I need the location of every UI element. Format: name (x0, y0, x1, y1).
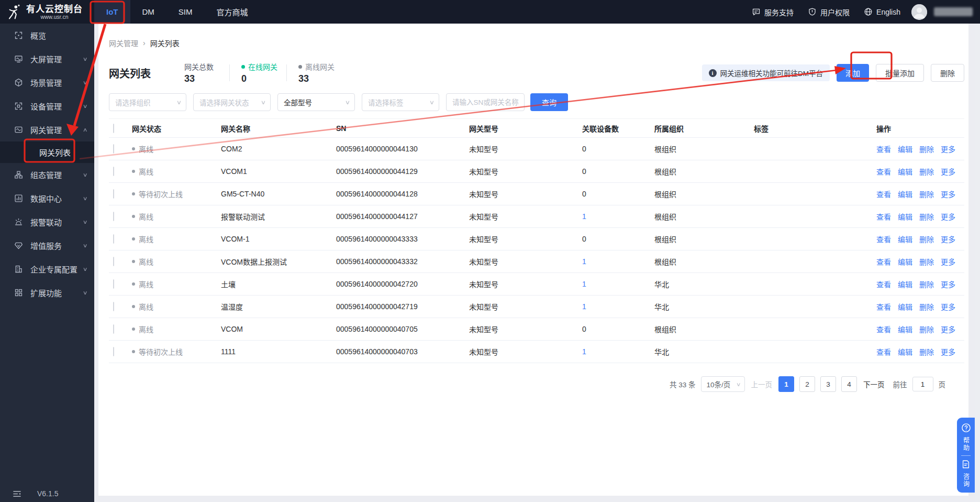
delete-link[interactable]: 删除 (919, 256, 934, 267)
next-page-button[interactable]: 下一页 (863, 379, 885, 389)
organization-select[interactable]: 请选择组织 ∨ (109, 93, 186, 111)
devices-count-link[interactable]: 1 (582, 212, 586, 221)
view-link[interactable]: 查看 (876, 234, 891, 244)
cell-sn: 00059614000000043333 (336, 235, 469, 243)
delete-link[interactable]: 删除 (919, 189, 934, 199)
page-number-4[interactable]: 4 (841, 376, 857, 392)
delete-link[interactable]: 删除 (919, 301, 934, 312)
add-button[interactable]: 添加 (837, 64, 869, 82)
help-button[interactable]: 帮助 (961, 423, 971, 452)
cell-gateway-name: VCOM-1 (221, 235, 336, 243)
sidebar-item-screen[interactable]: 大屏管理∨ (0, 47, 94, 71)
page-number-2[interactable]: 2 (799, 376, 815, 392)
edit-link[interactable]: 编辑 (898, 279, 912, 289)
topnav-tab-sim[interactable]: SIM (166, 0, 205, 24)
model-select[interactable]: 全部型号 ∨ (277, 93, 355, 111)
sidebar-item-config[interactable]: 组态管理∨ (0, 163, 94, 187)
view-link[interactable]: 查看 (876, 166, 891, 177)
scrollbar-track[interactable] (975, 24, 980, 502)
topnav-tab-mall[interactable]: 官方商城 (205, 0, 260, 24)
sidebar-item-data[interactable]: 数据中心∨ (0, 187, 94, 210)
page-number-1[interactable]: 1 (778, 376, 794, 392)
topbar-item-language[interactable]: English (864, 7, 900, 16)
view-link[interactable]: 查看 (876, 144, 891, 154)
more-link[interactable]: 更多 (941, 279, 955, 289)
edit-link[interactable]: 编辑 (898, 166, 912, 177)
page-number-3[interactable]: 3 (820, 376, 836, 392)
row-checkbox[interactable] (113, 257, 114, 266)
sidebar-item-overview[interactable]: 概览 (0, 24, 94, 47)
gateway-status-select[interactable]: 请选择网关状态 ∨ (193, 93, 271, 111)
more-link[interactable]: 更多 (941, 256, 955, 267)
sidebar-item-extend[interactable]: 扩展功能∨ (0, 281, 94, 304)
more-link[interactable]: 更多 (941, 346, 955, 357)
devices-count-link[interactable]: 1 (582, 257, 586, 266)
more-link[interactable]: 更多 (941, 211, 955, 222)
sidebar-item-gateway[interactable]: 网关管理∧ (0, 118, 94, 141)
prev-page-button[interactable]: 上一页 (751, 379, 773, 389)
edit-link[interactable]: 编辑 (898, 211, 912, 222)
edit-link[interactable]: 编辑 (898, 256, 912, 267)
view-link[interactable]: 查看 (876, 346, 891, 357)
avatar[interactable] (911, 4, 927, 20)
sidebar-item-device[interactable]: 设备管理∨ (0, 94, 94, 118)
view-link[interactable]: 查看 (876, 279, 891, 289)
select-all-checkbox[interactable] (113, 124, 114, 133)
view-link[interactable]: 查看 (876, 256, 891, 267)
devices-count-link[interactable]: 1 (582, 302, 586, 311)
delete-link[interactable]: 删除 (919, 166, 934, 177)
more-link[interactable]: 更多 (941, 166, 955, 177)
search-button[interactable]: 查询 (530, 93, 568, 111)
topnav-tab-dm[interactable]: DM (130, 0, 166, 24)
delete-button[interactable]: 删除 (931, 64, 964, 82)
batch-add-button[interactable]: 批量添加 (876, 64, 924, 82)
more-link[interactable]: 更多 (941, 324, 955, 334)
delete-link[interactable]: 删除 (919, 211, 934, 222)
breadcrumb-gateway-management[interactable]: 网关管理 (109, 38, 138, 48)
goto-page-input[interactable] (912, 377, 933, 391)
topbar-item-support[interactable]: 服务支持 (752, 7, 794, 17)
row-checkbox[interactable] (113, 302, 114, 311)
sidebar-item-alarm[interactable]: 报警联动∨ (0, 210, 94, 234)
row-checkbox[interactable] (113, 347, 114, 356)
view-link[interactable]: 查看 (876, 189, 891, 199)
sn-or-name-input[interactable] (446, 93, 525, 111)
edit-link[interactable]: 编辑 (898, 301, 912, 312)
topnav-tab-iot[interactable]: IoT (94, 0, 130, 24)
more-link[interactable]: 更多 (941, 234, 955, 244)
topbar-item-permissions[interactable]: 用户权限 (808, 7, 850, 17)
edit-link[interactable]: 编辑 (898, 189, 912, 199)
sidebar-item-scene[interactable]: 场景管理∨ (0, 71, 94, 94)
tag-select[interactable]: 请选择标签 ∨ (362, 93, 439, 111)
more-link[interactable]: 更多 (941, 189, 955, 199)
view-link[interactable]: 查看 (876, 211, 891, 222)
edit-link[interactable]: 编辑 (898, 324, 912, 334)
consult-button[interactable]: 咨询 (961, 460, 971, 488)
row-checkbox[interactable] (113, 324, 114, 334)
more-link[interactable]: 更多 (941, 144, 955, 154)
sidebar-subitem-gateway-list[interactable]: 网关列表 (0, 141, 94, 163)
devices-count-link[interactable]: 1 (582, 280, 586, 288)
row-checkbox[interactable] (113, 279, 114, 289)
row-checkbox[interactable] (113, 144, 114, 154)
more-link[interactable]: 更多 (941, 301, 955, 312)
view-link[interactable]: 查看 (876, 301, 891, 312)
page-size-select[interactable]: 10条/页 ∨ (701, 376, 745, 392)
row-checkbox[interactable] (113, 212, 114, 221)
delete-link[interactable]: 删除 (919, 324, 934, 334)
delete-link[interactable]: 删除 (919, 144, 934, 154)
view-link[interactable]: 查看 (876, 324, 891, 334)
delete-link[interactable]: 删除 (919, 234, 934, 244)
collapse-sidebar-icon[interactable] (13, 490, 21, 498)
row-checkbox[interactable] (113, 167, 114, 176)
edit-link[interactable]: 编辑 (898, 346, 912, 357)
sidebar-item-vas[interactable]: 增值服务∨ (0, 234, 94, 257)
row-checkbox[interactable] (113, 189, 114, 199)
devices-count-link[interactable]: 1 (582, 347, 586, 356)
row-checkbox[interactable] (113, 234, 114, 244)
edit-link[interactable]: 编辑 (898, 234, 912, 244)
sidebar-item-enterprise[interactable]: 企业专属配置∨ (0, 257, 94, 281)
edit-link[interactable]: 编辑 (898, 144, 912, 154)
delete-link[interactable]: 删除 (919, 279, 934, 289)
delete-link[interactable]: 删除 (919, 346, 934, 357)
